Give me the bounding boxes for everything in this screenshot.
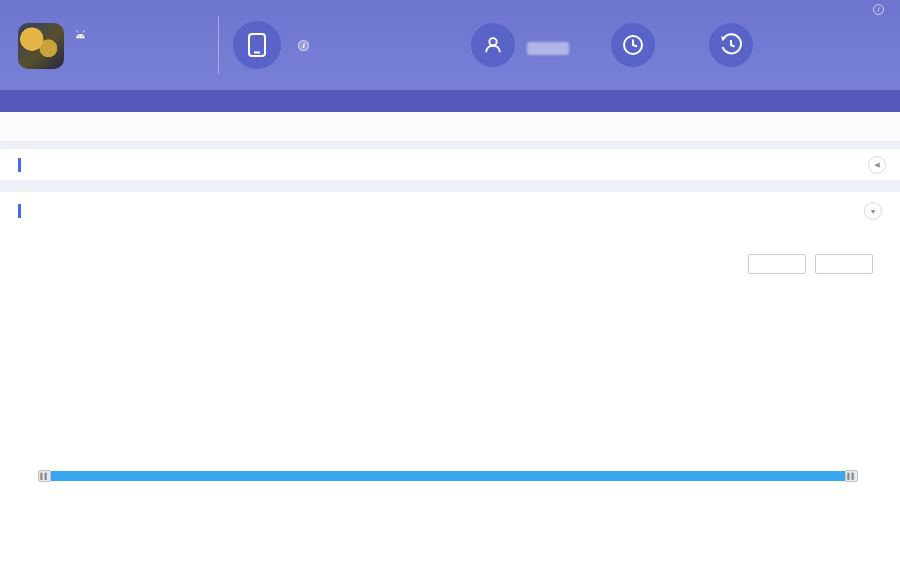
fps-chart-area: ▌▌ ▌▌ xyxy=(18,254,882,488)
upload-time-block xyxy=(709,23,765,67)
phone-icon xyxy=(233,21,281,69)
scrollbar-track[interactable] xyxy=(51,471,845,481)
user-icon xyxy=(471,23,515,67)
fps-threshold-controls xyxy=(739,254,882,274)
info-icon: i xyxy=(873,4,884,15)
header-divider xyxy=(218,16,219,74)
threshold-input-1[interactable] xyxy=(748,254,806,274)
collapse-left-button[interactable]: ◀ xyxy=(868,156,886,174)
section-accent-bar xyxy=(18,158,21,172)
section-accent-bar xyxy=(18,204,21,218)
creator-block xyxy=(471,23,569,67)
threshold-input-2[interactable] xyxy=(815,254,873,274)
fps-line-chart[interactable] xyxy=(18,280,882,468)
history-clock-icon xyxy=(709,23,753,67)
report-header: i i xyxy=(0,0,900,90)
fps-section-card: ▼ ▌▌ ▌▌ xyxy=(0,192,900,569)
chart-range-scrollbar: ▌▌ ▌▌ xyxy=(38,470,858,482)
device-info-icon[interactable]: i xyxy=(298,40,309,51)
scrollbar-left-handle[interactable]: ▌▌ xyxy=(38,470,51,482)
overview-section-header: ◀ xyxy=(0,149,900,180)
collapse-down-button[interactable]: ▼ xyxy=(864,202,882,220)
main-tabbar xyxy=(0,112,900,142)
app-info-block xyxy=(0,21,218,69)
app-icon xyxy=(18,23,64,69)
android-icon xyxy=(74,26,87,44)
creator-name-redacted xyxy=(527,42,569,55)
device-info-block: i xyxy=(233,21,455,69)
perfdog-version-note: i xyxy=(873,4,888,15)
duration-block xyxy=(611,23,667,67)
scrollbar-right-handle[interactable]: ▌▌ xyxy=(845,470,858,482)
clock-icon xyxy=(611,23,655,67)
note-bar[interactable] xyxy=(0,90,900,112)
